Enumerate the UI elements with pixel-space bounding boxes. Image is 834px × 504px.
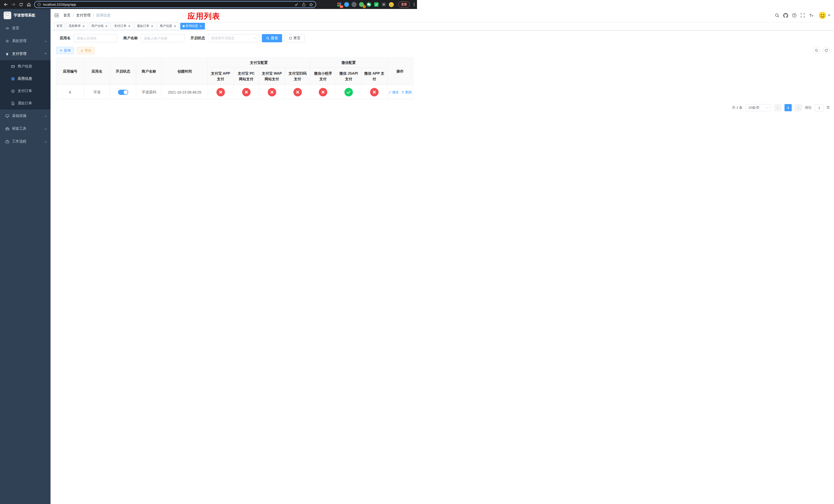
tab-process-form[interactable]: 流程表单× [66,23,88,29]
close-icon[interactable]: × [105,24,108,28]
channel-status-cell [310,85,336,99]
ops-cell: 修改 删除 [387,85,413,99]
sidebar-item-dev-tools[interactable]: 研发工具 [0,122,50,135]
sidebar-item-payment[interactable]: ¥支付管理 [0,47,50,60]
delete-link[interactable]: 删除 [401,90,412,95]
forward-icon[interactable] [10,1,17,8]
navbar: 首页 / 支付管理 / 应用信息 应用列表 [50,9,417,22]
extension-green-square-icon[interactable] [374,2,379,7]
channel-status-cell [259,85,285,99]
sidebar-item-refund-order[interactable]: 退款订单 [0,97,50,110]
cell-status [110,85,136,99]
close-icon[interactable]: × [82,24,85,28]
reload-icon[interactable] [18,1,25,8]
breadcrumb-home[interactable]: 首页 [63,13,70,18]
channel-status-cell [336,85,361,99]
extension-grid-icon[interactable]: 10 [336,2,342,7]
card-icon [11,65,15,68]
page-annotation: 应用列表 [188,11,220,22]
tools-icon [5,127,9,131]
sidebar-item-label: 基础设施 [12,114,26,118]
column-group-wechat: 微信配置 [310,58,387,68]
url-text[interactable]: localhost:1024/pay/app [43,3,76,6]
x-circle-icon [242,88,250,96]
column-header-created: 创建时间 [162,58,208,85]
sidebar-item-system[interactable]: 系统管理 [0,35,50,47]
x-circle-icon [370,88,378,96]
sidebar-item-app-info[interactable]: 应用信息 [0,72,50,85]
extension-puzzle-icon[interactable] [381,2,387,7]
tab-app-info[interactable]: 应用信息× [180,23,205,29]
add-button[interactable]: 新增 [56,47,74,54]
column-header-merchant: 商户名称 [136,58,162,85]
chevron-down-icon [45,140,47,142]
extension-avatar-icon[interactable]: 1 [359,2,364,7]
merchant-name-input[interactable] [141,34,184,42]
reset-button-label: 重置 [293,36,301,41]
column-header-channel: 微信小程序支付 [310,68,336,85]
tab-merchant-info[interactable]: 商户信息× [157,23,179,29]
chevron-up-icon [45,53,47,55]
cell-app-id: 6 [57,85,84,99]
column-header-channel: 微信 JSAPI 支付 [336,68,361,85]
sidebar-item-label: 退款订单 [18,101,32,106]
sidebar-menu: 首页系统管理¥支付管理商户信息应用信息支付订单退款订单基础设施研发工具工作流程 [0,22,50,148]
sidebar-fold-icon[interactable] [54,13,59,18]
monitor-icon [5,114,9,118]
password-key-icon[interactable] [295,3,299,6]
close-icon[interactable]: × [199,24,203,28]
sidebar-item-label: 支付管理 [12,51,26,56]
tab-label: 应用信息 [186,24,198,28]
tab-pay-order[interactable]: 支付订单× [112,23,133,29]
tab-user-group[interactable]: 用户分组× [89,23,111,29]
cell-created: 2021-10-23 08:49:25 [162,85,208,99]
site-info-icon[interactable] [37,3,41,6]
home-icon[interactable] [25,1,32,8]
sidebar-item-pay-order[interactable]: 支付订单 [0,85,50,97]
extension-badge: 10 [339,5,344,8]
column-header-channel: 支付宝扫码支付 [285,68,310,85]
extension-dark-icon[interactable] [351,2,357,7]
browser-menu-icon[interactable] [414,3,414,6]
sidebar-item-workflow[interactable]: 工作流程 [0,135,50,148]
export-button[interactable]: 导出 [77,47,95,54]
extension-emoji-icon[interactable] [389,2,394,7]
app-name-input[interactable] [73,34,117,42]
close-icon[interactable]: × [150,24,154,28]
extension-wechat-icon[interactable] [366,2,372,7]
breadcrumb-payment[interactable]: 支付管理 [76,13,90,18]
active-tab-dot [182,25,185,27]
search-button[interactable]: 搜索 [262,34,282,42]
column-header-channel: 支付宝 APP 支付 [208,68,234,85]
sidebar-item-merchant-info[interactable]: 商户信息 [0,60,50,72]
back-icon[interactable] [2,1,9,8]
address-bar[interactable]: localhost:1024/pay/app [34,1,316,8]
column-header-channel: 支付宝 PC 网站支付 [234,68,259,85]
sidebar-logo-row[interactable]: 芋道管理系统 [0,9,50,22]
status-toggle[interactable] [118,90,128,95]
status-select[interactable]: 请选择开启状态 [208,34,259,42]
doc-icon [11,101,15,105]
bookmark-star-icon[interactable] [309,3,313,7]
sidebar-item-label: 商户信息 [18,64,32,69]
extension-drop-icon[interactable] [344,2,349,7]
gear-icon [5,39,9,43]
yen-icon: ¥ [5,52,9,56]
column-header-status: 开启状态 [110,58,136,85]
app-name-label: 应用名 [60,36,70,41]
sidebar-item-infrastructure[interactable]: 基础设施 [0,110,50,122]
merchant-name-label: 商户名称 [123,36,138,41]
chevron-down-icon [45,40,47,42]
share-icon[interactable] [302,3,306,6]
browser-update-button[interactable]: 更新 [398,2,410,7]
edit-link[interactable]: 修改 [388,90,399,95]
reset-button[interactable]: 重置 [285,34,305,42]
close-icon[interactable]: × [173,24,177,28]
tab-label: 退款订单 [137,24,149,28]
column-header-channel: 支付宝 WAP 网站支付 [259,68,285,85]
sidebar-item-home[interactable]: 首页 [0,22,50,35]
close-icon[interactable]: × [128,24,131,28]
tab-home[interactable]: 首页 [54,23,65,29]
tab-refund-order[interactable]: 退款订单× [135,23,156,29]
tab-label: 商户信息 [160,24,172,28]
